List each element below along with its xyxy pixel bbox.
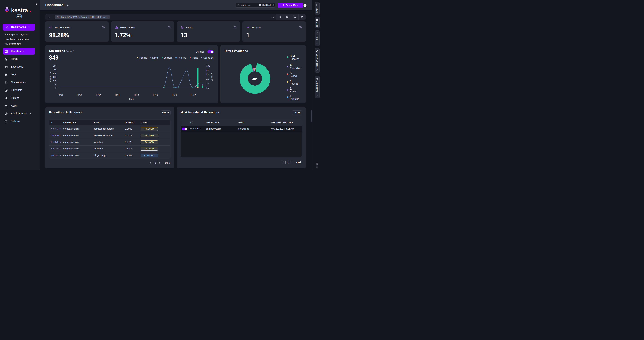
svg-text:300: 300 (53, 65, 56, 67)
svg-text:Date: Date (129, 98, 134, 100)
svg-text:200: 200 (53, 72, 56, 75)
svg-text:150: 150 (53, 76, 56, 78)
svg-text:2s: 2s (206, 82, 209, 85)
svg-text:11/03: 11/03 (77, 94, 82, 96)
svg-text:10s: 10s (206, 65, 210, 67)
svg-text:50: 50 (54, 83, 56, 85)
svg-text:100: 100 (53, 79, 56, 82)
svg-text:11/27: 11/27 (190, 94, 196, 96)
svg-text:11/15: 11/15 (134, 94, 139, 96)
svg-text:10/30: 10/30 (58, 94, 63, 96)
svg-text:Duration: Duration (211, 73, 213, 81)
svg-text:kestra: kestra (11, 7, 28, 14)
svg-text:8s: 8s (206, 69, 209, 72)
svg-text:11/19: 11/19 (153, 94, 158, 96)
svg-text:250: 250 (53, 68, 56, 71)
svg-text:4s: 4s (206, 78, 209, 80)
svg-text:11/11: 11/11 (115, 94, 120, 96)
svg-text:11/07: 11/07 (96, 94, 101, 96)
svg-text:Executions: Executions (50, 72, 52, 82)
svg-text:11/23: 11/23 (172, 94, 177, 96)
svg-text:354: 354 (252, 77, 258, 80)
svg-text:6s: 6s (206, 74, 209, 76)
svg-text:0s: 0s (206, 87, 209, 89)
svg-text:0: 0 (55, 87, 56, 89)
